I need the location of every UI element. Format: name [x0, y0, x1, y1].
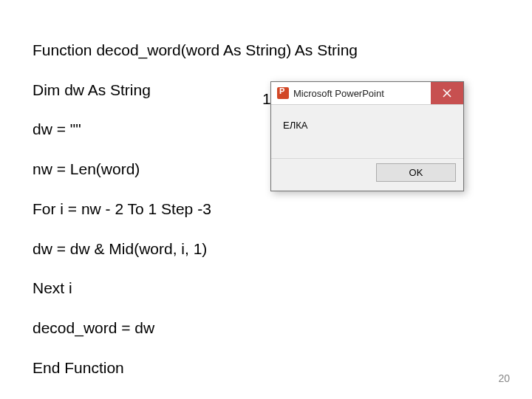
dialog-titlebar: Microsoft PowerPoint: [271, 82, 463, 105]
msgbox-dialog: Microsoft PowerPoint ЕЛКА OK: [270, 81, 464, 191]
code-line: For i = nw - 2 To 1 Step -3: [33, 200, 358, 219]
close-button[interactable]: [431, 82, 463, 104]
ok-button[interactable]: OK: [376, 163, 456, 182]
page-number: 20: [498, 372, 510, 384]
code-line: Next i: [33, 279, 358, 299]
dialog-title-text: Microsoft PowerPoint: [293, 88, 384, 99]
powerpoint-icon: [277, 87, 289, 99]
code-line: dw = dw & Mid(word, i, 1): [33, 239, 358, 259]
dialog-body: ЕЛКА: [271, 105, 463, 158]
code-line: End Function: [33, 358, 358, 378]
code-line: Function decod_word(word As String) As S…: [33, 41, 358, 61]
dialog-message: ЕЛКА: [283, 120, 307, 131]
close-icon: [443, 89, 451, 98]
code-line: decod_word = dw: [33, 318, 358, 338]
code-block: Function decod_word(word As String) As S…: [33, 21, 358, 399]
dialog-footer: OK: [271, 158, 463, 191]
dialog-title: Microsoft PowerPoint: [271, 87, 384, 99]
